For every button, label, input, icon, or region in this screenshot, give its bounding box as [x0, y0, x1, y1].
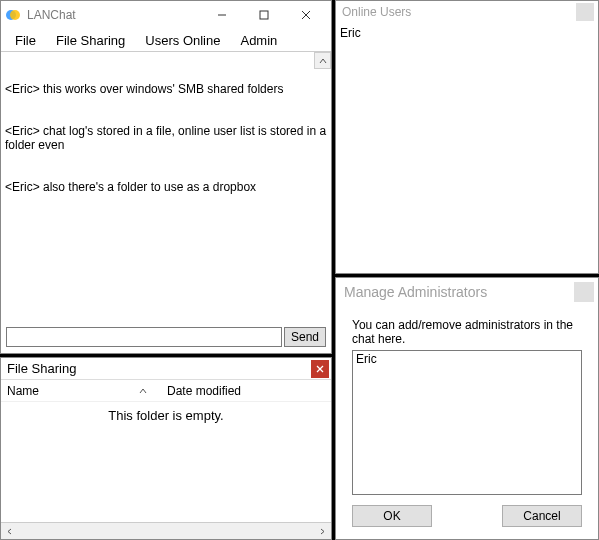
file-sharing-title: File Sharing: [7, 361, 76, 376]
scroll-right-button[interactable]: [314, 523, 331, 540]
file-sharing-body: This folder is empty.: [1, 402, 331, 522]
admin-list[interactable]: Eric: [352, 350, 582, 495]
manage-admins-buttons: OK Cancel: [352, 505, 582, 527]
column-name-label: Name: [7, 384, 39, 398]
manage-admins-body: You can add/remove administrators in the…: [336, 306, 598, 539]
empty-folder-message: This folder is empty.: [108, 408, 223, 423]
online-user-item[interactable]: Eric: [340, 26, 594, 40]
admin-list-item[interactable]: Eric: [356, 352, 578, 366]
menu-file[interactable]: File: [5, 31, 46, 50]
manage-admins-window: Manage Administrators You can add/remove…: [335, 277, 599, 540]
chat-line: <Eric> chat log's stored in a file, onli…: [5, 124, 327, 152]
manage-admins-title: Manage Administrators: [344, 284, 574, 300]
manage-admins-titlebar[interactable]: Manage Administrators: [336, 278, 598, 306]
sort-indicator-icon: [139, 385, 147, 396]
online-users-window: Online Users Eric: [335, 0, 599, 274]
scroll-up-button[interactable]: [314, 52, 331, 69]
window-controls: [201, 2, 327, 28]
cancel-button[interactable]: Cancel: [502, 505, 582, 527]
online-users-button[interactable]: [576, 3, 594, 21]
file-sharing-window: File Sharing Name Date modified This fol…: [0, 357, 332, 540]
chat-log: <Eric> this works over windows' SMB shar…: [1, 51, 331, 325]
column-date-modified[interactable]: Date modified: [167, 384, 325, 398]
chat-input-row: Send: [1, 325, 331, 353]
menu-file-sharing[interactable]: File Sharing: [46, 31, 135, 50]
menu-users-online[interactable]: Users Online: [135, 31, 230, 50]
svg-point-1: [10, 10, 20, 20]
online-users-titlebar[interactable]: Online Users: [336, 1, 598, 23]
file-sharing-close-button[interactable]: [311, 360, 329, 378]
main-title: LANChat: [27, 8, 201, 22]
chat-line: <Eric> also there's a folder to use as a…: [5, 180, 327, 194]
ok-button[interactable]: OK: [352, 505, 432, 527]
manage-admins-button[interactable]: [574, 282, 594, 302]
main-window: LANChat File File Sharing Users Online A…: [0, 0, 332, 354]
menubar: File File Sharing Users Online Admin: [1, 29, 331, 51]
chat-line: <Eric> this works over windows' SMB shar…: [5, 82, 327, 96]
manage-admins-description: You can add/remove administrators in the…: [352, 318, 582, 346]
app-icon: [5, 7, 21, 23]
menu-admin[interactable]: Admin: [230, 31, 287, 50]
svg-rect-3: [260, 11, 268, 19]
online-users-list: Eric: [336, 23, 598, 273]
minimize-button[interactable]: [201, 2, 243, 28]
file-sharing-columns: Name Date modified: [1, 380, 331, 402]
file-sharing-header: File Sharing: [1, 358, 331, 380]
chat-input[interactable]: [6, 327, 282, 347]
main-titlebar[interactable]: LANChat: [1, 1, 331, 29]
column-name[interactable]: Name: [7, 384, 167, 398]
close-button[interactable]: [285, 2, 327, 28]
send-button[interactable]: Send: [284, 327, 326, 347]
online-users-title: Online Users: [342, 5, 576, 19]
maximize-button[interactable]: [243, 2, 285, 28]
scroll-left-button[interactable]: [1, 523, 18, 540]
horizontal-scrollbar[interactable]: [1, 522, 331, 539]
